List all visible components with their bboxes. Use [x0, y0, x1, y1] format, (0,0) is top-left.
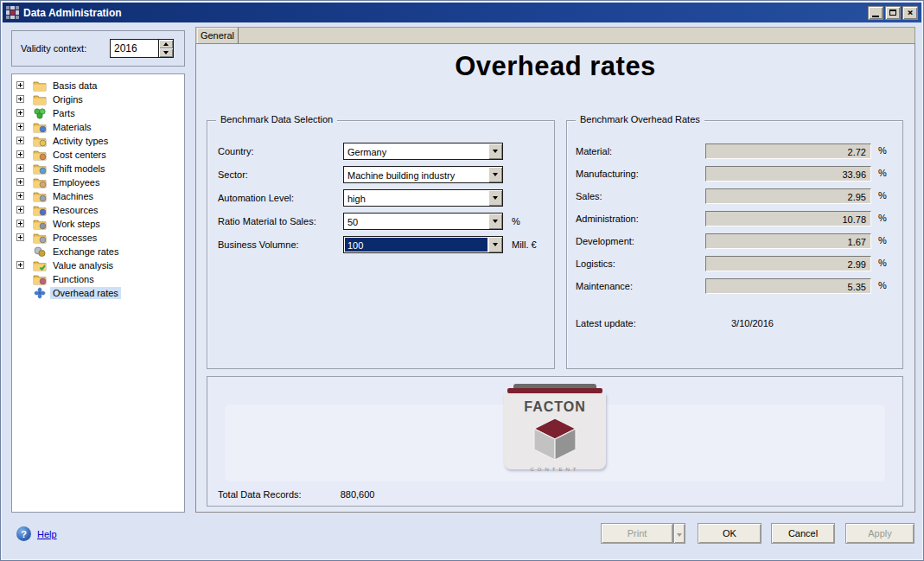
expand-icon[interactable]: [16, 109, 24, 117]
expand-icon[interactable]: [16, 206, 24, 214]
ok-button[interactable]: OK: [698, 523, 762, 544]
minimize-button[interactable]: [868, 6, 883, 20]
chevron-down-icon[interactable]: [488, 237, 502, 252]
tree-item-processes[interactable]: Processes: [12, 231, 184, 245]
tree-item-basis-data[interactable]: Basis data: [12, 79, 184, 92]
percent-unit-label: %: [878, 235, 887, 245]
latest-update-row: Latest update: 3/10/2016: [567, 316, 902, 329]
tree-item-exchange-rates[interactable]: Exchange rates: [12, 245, 184, 258]
percent-unit-label: %: [878, 190, 887, 201]
tree-item-origins[interactable]: Origins: [12, 92, 184, 106]
folder-icon: [33, 134, 47, 148]
tree-item-resources[interactable]: Resources: [12, 203, 184, 217]
expand-icon[interactable]: [16, 192, 24, 200]
general-tab-panel: Overhead rates Benchmark Data Selection …: [195, 43, 915, 513]
expand-icon[interactable]: [16, 233, 24, 241]
expand-icon[interactable]: [16, 164, 24, 172]
tree-item-parts[interactable]: Parts: [12, 106, 184, 120]
expand-icon[interactable]: [16, 150, 24, 158]
total-data-records-value: 880,600: [341, 489, 375, 500]
tree-item-work-steps[interactable]: Work steps: [12, 217, 184, 231]
chevron-down-icon[interactable]: [488, 190, 502, 206]
cancel-button[interactable]: Cancel: [771, 523, 835, 544]
help-link[interactable]: Help: [37, 529, 57, 539]
benchmark-overhead-rates-group: Benchmark Overhead Rates Material: 2.72 …: [566, 120, 903, 369]
page-title: Overhead rates: [196, 51, 914, 82]
facton-cube-icon: [528, 417, 582, 462]
folder-icon: [33, 189, 47, 203]
titlebar[interactable]: Data Administration ×: [3, 3, 921, 22]
maintenance-label: Maintenance:: [576, 281, 633, 291]
percent-unit-label: %: [878, 168, 887, 178]
sector-select[interactable]: Machine building industry: [343, 166, 503, 183]
overhead-rates-pinwheel-icon: [33, 286, 47, 300]
validity-year-value[interactable]: 2016: [111, 40, 158, 57]
percent-unit-label: %: [878, 213, 887, 223]
chevron-down-icon[interactable]: [488, 143, 502, 159]
validity-context-group: Validity context: 2016: [11, 30, 185, 67]
tree-item-employees[interactable]: Employees: [12, 175, 184, 189]
close-button[interactable]: ×: [902, 6, 918, 20]
ratio-material-label: Ratio Material to Sales:: [218, 216, 316, 226]
country-row: Country: Germany: [207, 143, 554, 160]
country-value: Germany: [345, 144, 487, 158]
tree-item-shift-models[interactable]: Shift models: [12, 162, 184, 175]
folder-icon: [33, 231, 47, 245]
tree-item-functions[interactable]: Functions: [12, 272, 184, 286]
validity-year-spinner[interactable]: 2016: [110, 39, 174, 58]
window-title: Data Administration: [23, 7, 868, 19]
folder-icon: [33, 148, 47, 162]
benchmark-data-selection-group: Benchmark Data Selection Country: German…: [207, 120, 555, 369]
expand-icon[interactable]: [16, 81, 24, 89]
administration-rate-row: Administration: 10.78 %: [567, 211, 902, 226]
chevron-down-icon[interactable]: [488, 214, 502, 229]
help-question-icon[interactable]: ?: [16, 526, 31, 541]
tree-item-overhead-rates[interactable]: Overhead rates: [12, 286, 184, 300]
content-logo-panel: FACTON CONTENT Total Data Records: 880,6…: [207, 376, 903, 507]
help-area: ? Help: [16, 526, 57, 541]
maintenance-rate-field: 5.35: [705, 278, 871, 294]
manufacturing-rate-row: Manufacturing: 33.96 %: [567, 166, 902, 182]
administration-rate-field: 10.78: [705, 211, 871, 226]
maximize-button[interactable]: [885, 6, 901, 20]
tree-item-machines[interactable]: Machines: [12, 189, 184, 203]
folder-icon: [33, 79, 47, 92]
expand-icon[interactable]: [16, 95, 24, 103]
expand-icon[interactable]: [16, 123, 24, 131]
country-select[interactable]: Germany: [343, 143, 503, 160]
print-dropdown-button[interactable]: [673, 523, 685, 544]
sales-rate-field: 2.95: [705, 188, 871, 204]
apply-button[interactable]: Apply: [845, 523, 914, 544]
folder-icon: [33, 92, 47, 106]
ratio-material-select[interactable]: 50: [343, 213, 503, 230]
expand-icon[interactable]: [16, 261, 24, 269]
tree-item-activity-types[interactable]: Activity types: [12, 134, 184, 148]
expand-icon[interactable]: [16, 178, 24, 186]
expand-icon[interactable]: [16, 137, 24, 144]
sector-value: Machine building industry: [345, 168, 487, 182]
automation-level-select[interactable]: high: [343, 189, 503, 207]
logistics-rate-field: 2.99: [705, 256, 871, 271]
exchange-rates-icon: [33, 245, 47, 258]
tree-item-cost-centers[interactable]: Cost centers: [12, 148, 184, 162]
expand-icon[interactable]: [16, 220, 24, 227]
validity-context-label: Validity context:: [21, 43, 86, 54]
automation-level-row: Automation Level: high: [207, 189, 554, 207]
chevron-down-icon[interactable]: [488, 167, 502, 182]
spin-down-button[interactable]: [159, 48, 173, 57]
print-button[interactable]: Print: [601, 523, 673, 544]
maintenance-rate-row: Maintenance: 5.35 %: [567, 278, 902, 294]
material-label: Material:: [576, 146, 612, 156]
material-rate-row: Material: 2.72 %: [567, 143, 902, 159]
tab-strip: General: [195, 27, 915, 43]
sales-rate-row: Sales: 2.95 %: [567, 188, 902, 204]
folder-icon: [33, 272, 47, 286]
business-volume-select[interactable]: 100: [343, 236, 503, 253]
spin-up-button[interactable]: [159, 40, 173, 48]
tab-general[interactable]: General: [197, 28, 239, 43]
tree-item-materials[interactable]: Materials: [12, 120, 184, 134]
percent-unit-label: %: [878, 145, 887, 156]
mill-euro-unit-label: Mill. €: [512, 239, 537, 250]
tree-item-value-analysis[interactable]: Value analysis: [12, 258, 184, 272]
navigation-tree: Basis data Origins Parts Materials Activ…: [11, 73, 185, 513]
